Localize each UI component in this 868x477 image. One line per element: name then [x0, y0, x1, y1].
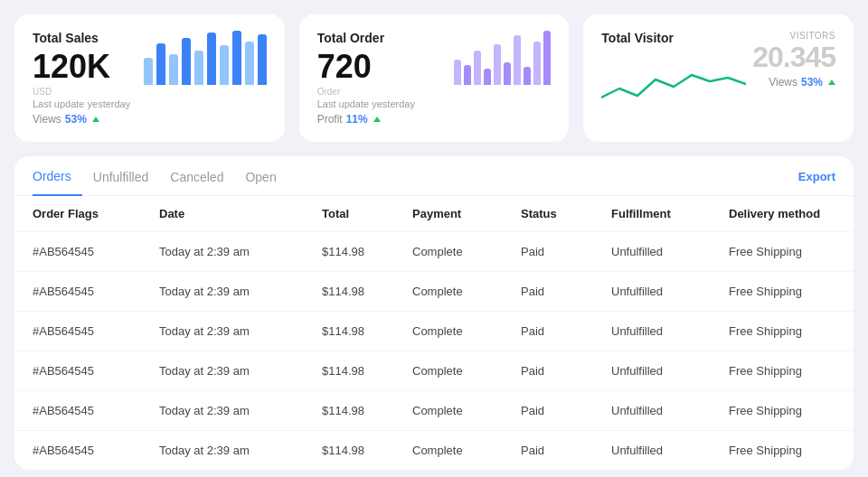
cell-delivery-4: Free Shipping	[711, 391, 854, 431]
table-row[interactable]: #AB564545 Today at 2:39 am $114.98 Compl…	[14, 391, 854, 431]
bar-2	[156, 43, 165, 85]
col-5	[494, 44, 501, 85]
col-header-order-flags: Order Flags	[14, 196, 141, 232]
stats-cards: Total Sales 120K USD Last update yesterd…	[14, 14, 854, 142]
total-sales-views-label: Views	[33, 113, 61, 126]
col-10	[543, 31, 551, 85]
cell-fulfillment-0: Unfulfilled	[593, 232, 711, 272]
col-7	[514, 35, 521, 85]
col-header-total: Total	[304, 196, 394, 232]
col-header-status: Status	[503, 196, 593, 232]
col-8	[524, 67, 531, 85]
cell-flag-4: #AB564545	[14, 391, 141, 431]
cell-delivery-0: Free Shipping	[711, 232, 854, 272]
tab-canceled[interactable]: Canceled	[159, 170, 234, 195]
table-row[interactable]: #AB564545 Today at 2:39 am $114.98 Compl…	[14, 272, 854, 312]
col-6	[504, 62, 511, 85]
bar-7	[220, 45, 229, 85]
cell-delivery-2: Free Shipping	[711, 312, 854, 351]
cell-total-5: $114.98	[304, 431, 394, 471]
cell-status-0: Paid	[503, 232, 593, 272]
visitors-value: 20.345	[752, 41, 835, 74]
cell-flag-5: #AB564545	[14, 431, 141, 471]
orders-table: Order Flags Date Total Payment Status Fu…	[14, 196, 854, 470]
total-sales-chart	[144, 31, 267, 85]
table-row[interactable]: #AB564545 Today at 2:39 am $114.98 Compl…	[14, 431, 854, 471]
cell-status-4: Paid	[503, 391, 593, 431]
total-order-chart	[454, 31, 551, 85]
col-header-delivery: Delivery method	[711, 196, 854, 232]
orders-table-body: #AB564545 Today at 2:39 am $114.98 Compl…	[14, 232, 854, 471]
visitor-line-chart	[601, 61, 746, 115]
total-order-sub: Last update yesterday	[317, 98, 552, 109]
cell-payment-1: Complete	[394, 272, 503, 312]
cell-total-1: $114.98	[304, 272, 394, 312]
cell-flag-1: #AB564545	[14, 272, 141, 312]
cell-payment-2: Complete	[394, 312, 503, 351]
bar-6	[207, 33, 216, 85]
cell-payment-0: Complete	[394, 232, 503, 272]
total-sales-pct: 53%	[65, 113, 87, 126]
cell-fulfillment-3: Unfulfilled	[593, 351, 711, 391]
table-row[interactable]: #AB564545 Today at 2:39 am $114.98 Compl…	[14, 232, 854, 272]
bar-10	[258, 34, 267, 85]
cell-total-4: $114.98	[304, 391, 394, 431]
cell-delivery-3: Free Shipping	[711, 351, 854, 391]
cell-date-1: Today at 2:39 am	[141, 272, 304, 312]
col-9	[533, 42, 541, 85]
bar-4	[182, 38, 191, 85]
cell-total-0: $114.98	[304, 232, 394, 272]
col-header-payment: Payment	[394, 196, 503, 232]
orders-tabs: Orders Unfulfilled Canceled Open Export	[14, 156, 854, 196]
tab-open[interactable]: Open	[234, 170, 287, 195]
cell-fulfillment-2: Unfulfilled	[593, 312, 711, 351]
total-order-card: Total Order 720 Order Last update yester…	[299, 14, 570, 142]
total-order-trend-icon	[373, 117, 381, 122]
table-row[interactable]: #AB564545 Today at 2:39 am $114.98 Compl…	[14, 351, 854, 391]
total-sales-currency: USD	[33, 87, 267, 97]
cell-fulfillment-5: Unfulfilled	[593, 431, 711, 471]
col-4	[484, 69, 491, 85]
bar-1	[144, 58, 153, 85]
total-order-profit-label: Profit	[317, 113, 343, 126]
cell-fulfillment-1: Unfulfilled	[593, 272, 711, 312]
total-sales-sub: Last update yesterday	[33, 98, 267, 109]
visitors-label: VISITORS	[752, 31, 835, 41]
cell-flag-0: #AB564545	[14, 232, 141, 272]
cell-payment-3: Complete	[394, 351, 503, 391]
export-button[interactable]: Export	[798, 170, 835, 194]
cell-date-4: Today at 2:39 am	[141, 391, 304, 431]
col-2	[464, 65, 471, 85]
col-header-date: Date	[141, 196, 304, 232]
cell-delivery-1: Free Shipping	[711, 272, 854, 312]
cell-delivery-5: Free Shipping	[711, 431, 854, 471]
visitor-views-label: Views	[769, 76, 797, 89]
total-sales-card: Total Sales 120K USD Last update yesterd…	[14, 14, 285, 142]
tab-orders[interactable]: Orders	[33, 169, 82, 196]
cell-payment-5: Complete	[394, 431, 503, 471]
col-header-fulfillment: Fulfillment	[593, 196, 711, 232]
total-order-pct: 11%	[346, 113, 368, 126]
visitor-trend-icon	[828, 80, 835, 85]
cell-status-2: Paid	[503, 312, 593, 351]
cell-fulfillment-4: Unfulfilled	[593, 391, 711, 431]
cell-status-1: Paid	[503, 272, 593, 312]
orders-table-card: Orders Unfulfilled Canceled Open Export …	[14, 156, 854, 470]
cell-flag-3: #AB564545	[14, 351, 141, 391]
cell-status-3: Paid	[503, 351, 593, 391]
table-row[interactable]: #AB564545 Today at 2:39 am $114.98 Compl…	[14, 312, 854, 351]
cell-status-5: Paid	[503, 431, 593, 471]
bar-3	[169, 54, 178, 85]
bar-8	[232, 31, 241, 85]
bar-9	[245, 42, 254, 85]
cell-flag-2: #AB564545	[14, 312, 141, 351]
col-1	[454, 60, 461, 85]
cell-total-2: $114.98	[304, 312, 394, 351]
total-sales-trend-icon	[92, 117, 99, 122]
col-3	[474, 51, 481, 85]
visitor-stats: VISITORS 20.345 Views 53%	[752, 31, 835, 89]
table-header-row: Order Flags Date Total Payment Status Fu…	[14, 196, 854, 232]
visitor-pct: 53%	[801, 76, 823, 89]
tab-unfulfilled[interactable]: Unfulfilled	[82, 170, 159, 195]
bar-5	[194, 51, 203, 85]
